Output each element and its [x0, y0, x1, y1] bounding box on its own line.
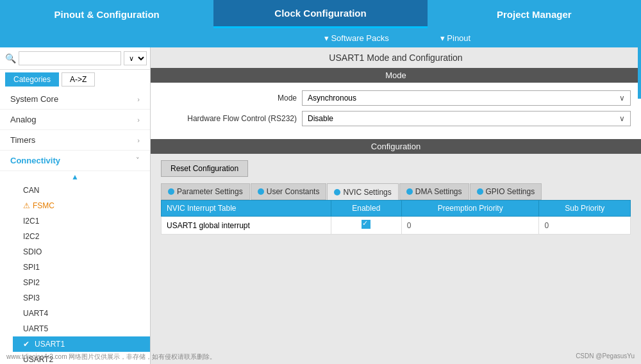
- sidebar-item-system-core[interactable]: System Core ›: [0, 89, 150, 110]
- spi3-label: SPI3: [23, 294, 40, 302]
- dot-icon-nvic: [334, 189, 340, 195]
- param-settings-label: Parameter Settings: [177, 187, 243, 196]
- dot-icon-user: [258, 188, 264, 195]
- sidebar-item-timers[interactable]: Timers ›: [0, 130, 150, 151]
- i2c1-label: I2C1: [23, 217, 39, 226]
- blue-accent-bar: [638, 47, 641, 99]
- clock-label: Clock Configuration: [274, 8, 366, 19]
- footer-left: www.tdiaoisa4r2.com 网络图片仅供展示，非存储，如有侵权请联系…: [6, 352, 216, 361]
- tab-gpio-settings[interactable]: GPIO Settings: [470, 183, 542, 200]
- chevron-right-icon: ›: [137, 136, 140, 144]
- dot-icon-dma: [406, 188, 413, 195]
- pinout-label: Pinout & Configuration: [54, 9, 160, 20]
- sidebar-item-spi1[interactable]: SPI1: [13, 260, 150, 275]
- sidebar-item-usart1[interactable]: ✔ USART1: [13, 336, 150, 352]
- category-tabs: Categories A->Z: [0, 70, 150, 89]
- dot-icon-param: [168, 188, 174, 195]
- search-dropdown[interactable]: ∨: [124, 51, 147, 65]
- hw-flow-row: Hardware Flow Control (RS232) Disable ∨: [161, 111, 631, 126]
- nvic-table: NVIC Interrupt Table Enabled Preemption …: [161, 200, 631, 235]
- user-constants-label: User Constants: [267, 187, 320, 196]
- warning-icon: ⚠: [23, 201, 30, 210]
- software-packs-nav[interactable]: ▾ Software Packs: [324, 33, 389, 43]
- settings-tabs: Parameter Settings User Constants NVIC S…: [161, 183, 631, 200]
- search-input[interactable]: [19, 51, 121, 65]
- check-icon: ✔: [23, 340, 29, 349]
- sidebar-item-fsmc[interactable]: ⚠ FSMC: [13, 198, 150, 213]
- hw-flow-label: Hardware Flow Control (RS232): [161, 114, 302, 123]
- clock-tab[interactable]: Clock Configuration: [213, 0, 427, 28]
- spi2-label: SPI2: [23, 278, 40, 287]
- mode-label: Mode: [161, 94, 302, 103]
- footer: www.tdiaoisa4r2.com 网络图片仅供展示，非存储，如有侵权请联系…: [6, 352, 635, 361]
- reset-config-button[interactable]: Reset Configuration: [161, 160, 248, 177]
- table-header-preemption: Preemption Priority: [401, 201, 539, 217]
- pinout-nav-label: ▾ Pinout: [440, 33, 470, 43]
- hw-flow-value: Disable: [308, 114, 333, 123]
- scroll-up-arrow-icon: ▲: [71, 172, 79, 181]
- sidebar-item-i2c2[interactable]: I2C2: [13, 229, 150, 244]
- gpio-settings-label: GPIO Settings: [486, 187, 535, 196]
- tab-dma-settings[interactable]: DMA Settings: [399, 183, 469, 200]
- main-content: USART1 Mode and Configuration Mode Mode …: [151, 47, 641, 364]
- search-bar: 🔍 ∨ ⚙: [0, 47, 150, 70]
- sdio-label: SDIO: [23, 247, 42, 256]
- enabled-checkbox[interactable]: [362, 220, 370, 229]
- mode-dropdown-icon: ∨: [619, 94, 625, 103]
- pinout-nav[interactable]: ▾ Pinout: [440, 33, 470, 43]
- sidebar-item-analog[interactable]: Analog ›: [0, 110, 150, 130]
- analog-label: Analog: [10, 115, 36, 124]
- uart5-label: UART5: [23, 324, 48, 333]
- search-icon: 🔍: [5, 53, 16, 63]
- sub-priority: 0: [539, 217, 631, 235]
- sidebar-item-uart5[interactable]: UART5: [13, 321, 150, 336]
- sidebar-item-uart4[interactable]: UART4: [13, 306, 150, 321]
- mode-section-header: Mode: [151, 68, 641, 83]
- project-tab[interactable]: Project Manager: [428, 0, 641, 28]
- chevron-right-icon: ›: [137, 116, 140, 124]
- fsmc-label: FSMC: [33, 201, 54, 210]
- usart1-label: USART1: [35, 340, 65, 349]
- chevron-down-icon: ˅: [136, 156, 140, 165]
- uart4-label: UART4: [23, 309, 48, 318]
- sidebar-item-spi2[interactable]: SPI2: [13, 275, 150, 290]
- pinout-tab[interactable]: Pinout & Configuration: [0, 0, 213, 28]
- sidebar-item-connectivity[interactable]: Connectivity ˅: [0, 151, 150, 171]
- scroll-up-indicator: ▲: [0, 171, 150, 183]
- can-label: CAN: [23, 186, 39, 195]
- dot-icon-gpio: [477, 188, 483, 195]
- system-core-label: System Core: [10, 94, 58, 104]
- tab-nvic-settings[interactable]: NVIC Settings: [327, 183, 398, 200]
- tab-parameter-settings[interactable]: Parameter Settings: [161, 183, 250, 200]
- mode-row: Mode Asynchronous ∨: [161, 90, 631, 106]
- sidebar-item-i2c1[interactable]: I2C1: [13, 213, 150, 229]
- sidebar-item-can[interactable]: CAN: [13, 183, 150, 198]
- interrupt-name: USART1 global interrupt: [162, 217, 331, 235]
- config-section-header: Configuration: [151, 139, 641, 154]
- categories-tab[interactable]: Categories: [5, 72, 59, 87]
- hw-flow-select[interactable]: Disable ∨: [302, 111, 631, 126]
- connectivity-submenu: CAN ⚠ FSMC I2C1 I2C2 SDIO SPI1 SPI2 SP: [0, 183, 150, 364]
- mode-select[interactable]: Asynchronous ∨: [302, 90, 631, 106]
- content-title: USART1 Mode and Configuration: [151, 47, 641, 68]
- table-header-interrupt: NVIC Interrupt Table: [162, 201, 331, 217]
- config-inner: Reset Configuration Parameter Settings U…: [151, 154, 641, 241]
- table-header-enabled: Enabled: [331, 201, 401, 217]
- table-row: USART1 global interrupt 0 0: [162, 217, 631, 235]
- atoz-tab[interactable]: A->Z: [62, 72, 95, 87]
- mode-config-area: Mode Asynchronous ∨ Hardware Flow Contro…: [151, 83, 641, 139]
- project-label: Project Manager: [497, 9, 572, 20]
- dma-settings-label: DMA Settings: [415, 187, 462, 196]
- table-header-sub: Sub Priority: [539, 201, 631, 217]
- spi1-label: SPI1: [23, 263, 40, 272]
- interrupt-enabled[interactable]: [331, 217, 401, 235]
- sidebar-item-spi3[interactable]: SPI3: [13, 290, 150, 306]
- tab-user-constants[interactable]: User Constants: [251, 183, 327, 200]
- preemption-priority: 0: [401, 217, 539, 235]
- sidebar: 🔍 ∨ ⚙ Categories A->Z System Core › Anal…: [0, 47, 151, 364]
- mode-value: Asynchronous: [308, 94, 356, 103]
- sidebar-item-sdio[interactable]: SDIO: [13, 244, 150, 260]
- chevron-right-icon: ›: [137, 95, 140, 103]
- connectivity-label: Connectivity: [10, 156, 60, 165]
- timers-label: Timers: [10, 135, 35, 145]
